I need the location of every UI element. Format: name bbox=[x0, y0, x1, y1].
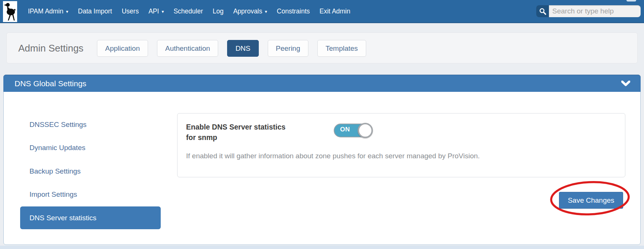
nav-item-approvals[interactable]: Approvals▾ bbox=[233, 7, 267, 15]
search-input[interactable] bbox=[549, 5, 641, 17]
tab-application[interactable]: Application bbox=[97, 40, 148, 57]
help-search bbox=[536, 5, 641, 17]
admin-settings-bar: Admin Settings ApplicationAuthentication… bbox=[6, 32, 638, 63]
app-logo[interactable] bbox=[3, 1, 17, 22]
settings-tabs: ApplicationAuthenticationDNSPeeringTempl… bbox=[97, 40, 366, 57]
sidebar-item-backup-settings[interactable]: Backup Settings bbox=[29, 167, 81, 175]
chevron-down-icon: ▾ bbox=[161, 9, 164, 14]
nav-item-api[interactable]: API▾ bbox=[148, 7, 164, 15]
tab-peering[interactable]: Peering bbox=[268, 40, 309, 57]
nav-item-users[interactable]: Users bbox=[122, 7, 139, 15]
nav-item-label: Data Import bbox=[78, 7, 112, 15]
nav-item-label: Users bbox=[122, 7, 139, 15]
ostrich-icon bbox=[4, 2, 16, 21]
nav-item-label: Scheduler bbox=[173, 7, 203, 15]
sidebar-item-dnssec-settings[interactable]: DNSSEC Settings bbox=[29, 121, 87, 129]
panel-header[interactable]: DNS Global Settings bbox=[3, 75, 641, 92]
nav-item-ipam-admin[interactable]: IPAM Admin▾ bbox=[28, 7, 68, 15]
sidebar-item-dns-server-statistics[interactable]: DNS Server statistics bbox=[20, 206, 161, 229]
nav-item-label: Log bbox=[213, 7, 223, 15]
nav-item-data-import[interactable]: Data Import bbox=[78, 7, 112, 15]
nav-item-label: Exit Admin bbox=[320, 7, 351, 15]
nav-item-constraints[interactable]: Constraints bbox=[277, 7, 310, 15]
top-edge-notch bbox=[626, 0, 636, 1]
nav-menu: IPAM Admin▾Data ImportUsersAPI▾Scheduler… bbox=[28, 0, 351, 22]
nav-item-exit-admin[interactable]: Exit Admin bbox=[320, 7, 351, 15]
nav-item-log[interactable]: Log bbox=[213, 7, 223, 15]
sidebar-item-dynamic-updates[interactable]: Dynamic Updates bbox=[29, 144, 85, 152]
nav-item-label: API bbox=[148, 7, 159, 15]
page-title: Admin Settings bbox=[18, 33, 84, 64]
search-button[interactable] bbox=[536, 5, 549, 17]
tab-templates[interactable]: Templates bbox=[317, 40, 366, 57]
nav-item-label: IPAM Admin bbox=[28, 7, 63, 15]
snmp-statistics-toggle[interactable]: ON bbox=[334, 123, 371, 138]
search-icon bbox=[539, 8, 546, 15]
toggle-knob[interactable] bbox=[358, 123, 373, 138]
save-changes-button[interactable]: Save Changes bbox=[559, 192, 623, 209]
top-navbar: IPAM Admin▾Data ImportUsersAPI▾Scheduler… bbox=[0, 0, 644, 23]
tab-dns[interactable]: DNS bbox=[227, 40, 258, 57]
sidebar-item-import-settings[interactable]: Import Settings bbox=[29, 190, 77, 199]
nav-item-label: Approvals bbox=[233, 7, 262, 15]
chevron-down-icon: ▾ bbox=[66, 9, 68, 14]
tab-authentication[interactable]: Authentication bbox=[157, 40, 218, 57]
chevron-down-icon: ▾ bbox=[265, 9, 267, 14]
panel-title: DNS Global Settings bbox=[15, 75, 87, 92]
setting-label: Enable DNS Server statistics for snmp bbox=[186, 122, 294, 143]
setting-box: Enable DNS Server statistics for snmp ON… bbox=[177, 113, 625, 177]
nav-item-scheduler[interactable]: Scheduler bbox=[173, 7, 203, 15]
nav-item-label: Constraints bbox=[277, 7, 310, 15]
setting-description: If enabled it will gather information ab… bbox=[186, 152, 615, 160]
toggle-state-label: ON bbox=[340, 126, 350, 133]
page: IPAM Admin▾Data ImportUsersAPI▾Scheduler… bbox=[0, 0, 644, 249]
dns-global-settings-panel: DNS Global Settings DNSSEC SettingsDynam… bbox=[3, 75, 641, 245]
chevron-down-icon[interactable] bbox=[621, 81, 630, 86]
page-bottom-strip bbox=[0, 246, 644, 249]
